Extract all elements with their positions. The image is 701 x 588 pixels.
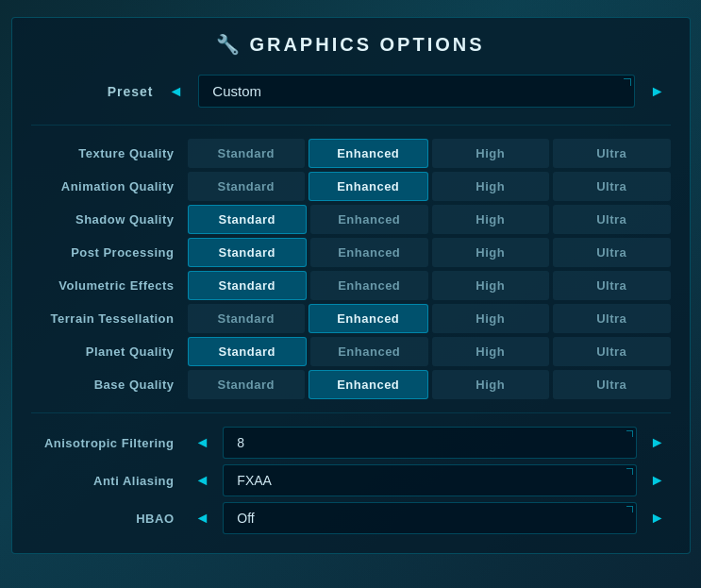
quality-btn-4-3[interactable]: Ultra <box>553 271 671 300</box>
preset-value: Custom <box>212 83 261 99</box>
quality-btn-2-3[interactable]: Ultra <box>553 205 671 234</box>
quality-btn-6-2[interactable]: High <box>432 337 550 366</box>
slider-value-2: Off <box>237 511 254 526</box>
slider-field-0[interactable]: 8 <box>223 427 636 459</box>
slider-left-arrow-2[interactable]: ◄ <box>190 506 216 530</box>
quality-label-1: Animation Quality <box>31 179 182 193</box>
quality-options-6: StandardEnhancedHighUltra <box>188 337 671 366</box>
quality-btn-3-3[interactable]: Ultra <box>553 238 671 267</box>
quality-label-0: Texture Quality <box>31 146 182 160</box>
quality-section: Texture QualityStandardEnhancedHighUltra… <box>31 139 671 399</box>
slider-corner-2 <box>626 506 633 512</box>
quality-row: Terrain TessellationStandardEnhancedHigh… <box>31 304 671 333</box>
quality-row: Base QualityStandardEnhancedHighUltra <box>31 370 671 399</box>
quality-btn-5-1[interactable]: Enhanced <box>309 304 428 333</box>
quality-btn-5-2[interactable]: High <box>432 304 550 333</box>
quality-btn-0-3[interactable]: Ultra <box>553 139 671 168</box>
quality-label-2: Shadow Quality <box>31 212 182 227</box>
slider-row-0: Anisotropic Filtering◄8► <box>31 427 671 459</box>
quality-btn-7-3[interactable]: Ultra <box>553 370 671 399</box>
slider-value-1: FXAA <box>237 473 272 488</box>
quality-btn-2-1[interactable]: Enhanced <box>310 205 428 234</box>
preset-left-arrow[interactable]: ◄ <box>163 79 190 104</box>
quality-btn-4-0[interactable]: Standard <box>188 271 308 300</box>
wrench-icon: 🔧 <box>216 33 240 56</box>
title-row: 🔧 GRAPHICS OPTIONS <box>31 33 671 56</box>
quality-btn-2-2[interactable]: High <box>432 205 550 234</box>
slider-right-arrow-0[interactable]: ► <box>644 430 671 455</box>
quality-btn-4-1[interactable]: Enhanced <box>310 271 428 300</box>
quality-btn-7-1[interactable]: Enhanced <box>309 370 428 399</box>
quality-btn-1-2[interactable]: High <box>432 172 550 201</box>
slider-field-2[interactable]: Off <box>223 502 636 534</box>
quality-row: Volumetric EffectsStandardEnhancedHighUl… <box>31 271 671 300</box>
quality-btn-0-1[interactable]: Enhanced <box>309 139 428 168</box>
quality-label-3: Post Processing <box>31 245 182 260</box>
slider-row-2: HBAO◄Off► <box>31 502 671 534</box>
quality-btn-1-3[interactable]: Ultra <box>553 172 671 201</box>
panel-title: GRAPHICS OPTIONS <box>249 34 484 56</box>
quality-btn-3-1[interactable]: Enhanced <box>310 238 428 267</box>
slider-value-0: 8 <box>237 435 244 450</box>
quality-btn-0-2[interactable]: High <box>432 139 550 168</box>
slider-left-arrow-1[interactable]: ◄ <box>190 468 216 493</box>
quality-options-4: StandardEnhancedHighUltra <box>188 271 671 300</box>
preset-right-arrow[interactable]: ► <box>644 79 671 104</box>
quality-row: Animation QualityStandardEnhancedHighUlt… <box>31 172 671 201</box>
quality-btn-6-0[interactable]: Standard <box>188 337 308 366</box>
slider-section: Anisotropic Filtering◄8►Anti Aliasing◄FX… <box>31 427 671 534</box>
quality-label-4: Volumetric Effects <box>31 278 182 293</box>
quality-label-7: Base Quality <box>31 378 182 392</box>
slider-corner-0 <box>626 430 633 437</box>
quality-label-5: Terrain Tessellation <box>31 311 182 326</box>
quality-row: Texture QualityStandardEnhancedHighUltra <box>31 139 671 168</box>
quality-options-2: StandardEnhancedHighUltra <box>188 205 671 234</box>
dropdown-corner <box>624 78 631 86</box>
slider-label-0: Anisotropic Filtering <box>31 436 182 450</box>
quality-btn-2-0[interactable]: Standard <box>188 205 308 234</box>
quality-options-5: StandardEnhancedHighUltra <box>188 304 671 333</box>
quality-row: Shadow QualityStandardEnhancedHighUltra <box>31 205 671 234</box>
quality-btn-7-0[interactable]: Standard <box>188 370 306 399</box>
graphics-options-panel: 🔧 GRAPHICS OPTIONS Preset ◄ Custom ► Tex… <box>11 17 691 554</box>
quality-row: Post ProcessingStandardEnhancedHighUltra <box>31 238 671 267</box>
quality-btn-4-2[interactable]: High <box>432 271 550 300</box>
quality-btn-3-2[interactable]: High <box>432 238 550 267</box>
slider-row-1: Anti Aliasing◄FXAA► <box>31 464 671 496</box>
slider-label-1: Anti Aliasing <box>31 474 182 488</box>
slider-label-2: HBAO <box>31 512 182 526</box>
quality-btn-5-3[interactable]: Ultra <box>553 304 671 333</box>
quality-btn-1-0[interactable]: Standard <box>188 172 306 201</box>
slider-left-arrow-0[interactable]: ◄ <box>190 430 216 455</box>
quality-btn-5-0[interactable]: Standard <box>188 304 306 333</box>
quality-btn-1-1[interactable]: Enhanced <box>309 172 428 201</box>
slider-field-1[interactable]: FXAA <box>223 464 636 496</box>
quality-options-0: StandardEnhancedHighUltra <box>188 139 671 168</box>
quality-label-6: Planet Quality <box>31 344 182 359</box>
slider-right-arrow-1[interactable]: ► <box>644 468 671 493</box>
quality-options-3: StandardEnhancedHighUltra <box>188 238 671 267</box>
quality-options-7: StandardEnhancedHighUltra <box>188 370 671 399</box>
preset-row: Preset ◄ Custom ► <box>31 75 671 108</box>
divider-top <box>31 125 671 126</box>
quality-btn-7-2[interactable]: High <box>432 370 550 399</box>
quality-row: Planet QualityStandardEnhancedHighUltra <box>31 337 671 366</box>
divider-bottom <box>31 412 671 413</box>
quality-btn-3-0[interactable]: Standard <box>188 238 308 267</box>
slider-corner-1 <box>626 468 633 475</box>
quality-options-1: StandardEnhancedHighUltra <box>188 172 671 201</box>
quality-btn-0-0[interactable]: Standard <box>188 139 306 168</box>
quality-btn-6-3[interactable]: Ultra <box>553 337 671 366</box>
preset-dropdown[interactable]: Custom <box>198 75 634 108</box>
slider-right-arrow-2[interactable]: ► <box>644 506 671 530</box>
quality-btn-6-1[interactable]: Enhanced <box>310 337 428 366</box>
preset-label: Preset <box>31 84 154 99</box>
